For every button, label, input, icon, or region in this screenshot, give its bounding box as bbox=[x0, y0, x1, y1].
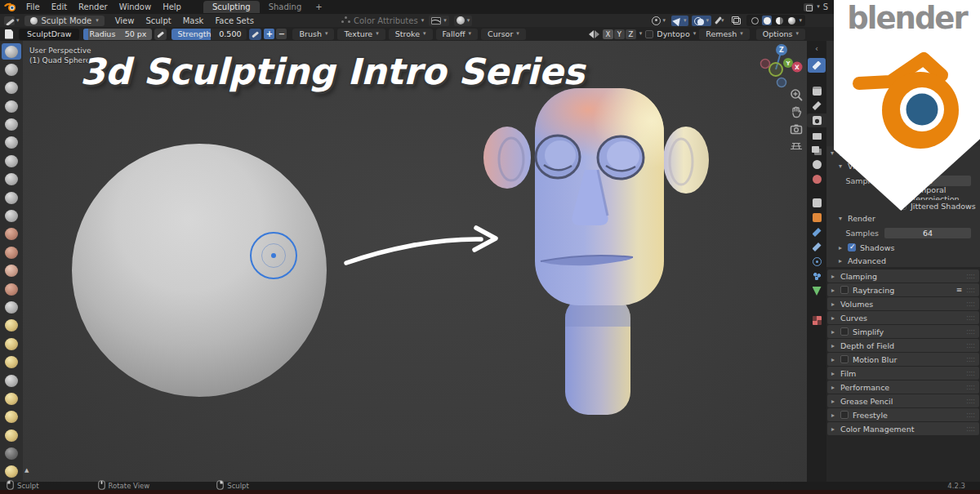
color-attributes-select[interactable]: Color Attributes ▾ bbox=[341, 16, 424, 25]
blender-app-icon[interactable] bbox=[4, 2, 17, 12]
strength-pressure-button[interactable] bbox=[249, 29, 261, 40]
tab-tool-properties[interactable] bbox=[807, 99, 826, 113]
tab-constraints-properties[interactable] bbox=[807, 240, 826, 254]
mirror-x-button[interactable]: X bbox=[603, 29, 613, 39]
brush-fill[interactable] bbox=[2, 244, 21, 260]
dyntopo-checkbox[interactable] bbox=[645, 30, 653, 38]
menu-face-sets[interactable]: Face Sets bbox=[209, 16, 259, 26]
menu-file[interactable]: File bbox=[20, 2, 46, 12]
shading-material-button[interactable] bbox=[774, 16, 784, 25]
tab-object-data-properties[interactable] bbox=[807, 284, 826, 298]
radius-pressure-button[interactable] bbox=[154, 29, 167, 40]
subtract-strength-button[interactable]: − bbox=[276, 29, 287, 39]
tab-view-layer-properties[interactable] bbox=[807, 143, 826, 157]
panel-grease-pencil[interactable]: ▸Grease Pencil:::: bbox=[827, 394, 979, 407]
tab-scene-properties[interactable] bbox=[807, 158, 826, 171]
brush-slide-relax[interactable] bbox=[2, 446, 21, 462]
tab-editor-type-properties[interactable] bbox=[807, 84, 826, 98]
brush-inflate[interactable] bbox=[2, 153, 21, 169]
raytracing-checkbox[interactable] bbox=[840, 286, 849, 294]
brush-pinch[interactable] bbox=[2, 299, 21, 315]
mode-select[interactable]: Sculpt Mode ▾ bbox=[24, 16, 105, 26]
mirror-z-button[interactable]: Z bbox=[626, 29, 636, 39]
options-dropdown[interactable]: Options▾ bbox=[756, 29, 805, 40]
brush-blob[interactable] bbox=[2, 171, 21, 188]
tab-world-properties[interactable] bbox=[807, 172, 826, 186]
tab-active-tool-properties[interactable] bbox=[808, 58, 826, 73]
pan-hand-icon[interactable] bbox=[790, 105, 803, 118]
grid-ortho-icon[interactable] bbox=[790, 140, 803, 153]
menu-render[interactable]: Render bbox=[73, 2, 114, 12]
brush-clay-thumb[interactable] bbox=[2, 117, 21, 133]
brush-snake-hook[interactable] bbox=[2, 354, 21, 371]
brush-elastic-deform[interactable] bbox=[2, 336, 21, 352]
freestyle-checkbox[interactable] bbox=[840, 411, 849, 419]
mirror-y-button[interactable]: Y bbox=[614, 29, 625, 39]
brush-boundary[interactable] bbox=[2, 464, 21, 480]
axis-negz-handle[interactable] bbox=[777, 78, 786, 87]
shading-wireframe-button[interactable] bbox=[750, 16, 760, 25]
dropdown-stroke[interactable]: Stroke▾ bbox=[389, 29, 433, 40]
collapse-panel-icon[interactable]: ‹ bbox=[815, 44, 818, 53]
tab-texture-properties[interactable] bbox=[807, 314, 826, 327]
section-shadows[interactable]: ▸Shadows bbox=[826, 241, 980, 254]
add-strength-button[interactable]: + bbox=[264, 29, 274, 39]
add-workspace-button[interactable]: + bbox=[310, 1, 327, 13]
brush-pose[interactable] bbox=[2, 390, 21, 407]
tab-particles-properties[interactable] bbox=[807, 269, 826, 283]
brush-scrape[interactable] bbox=[2, 263, 21, 279]
dropdown-falloff[interactable]: Falloff▾ bbox=[436, 29, 479, 40]
gizmo-center[interactable] bbox=[769, 63, 782, 76]
panel-motion-blur[interactable]: ▸Motion Blur:::: bbox=[827, 353, 979, 366]
workspace-tab-shading[interactable]: Shading bbox=[260, 1, 311, 13]
tab-physics-properties[interactable] bbox=[807, 255, 826, 269]
scene-icon[interactable] bbox=[804, 3, 813, 11]
radius-slider[interactable]: Radius 50 px bbox=[83, 29, 152, 40]
motion-blur-checkbox[interactable] bbox=[840, 355, 849, 363]
panel-freestyle[interactable]: ▸Freestyle:::: bbox=[827, 408, 979, 421]
axis-negx-handle[interactable] bbox=[761, 60, 770, 69]
tab-object-properties[interactable] bbox=[807, 211, 826, 225]
panel-color-management[interactable]: ▸Color Management:::: bbox=[827, 422, 979, 435]
list-options-icon[interactable]: ≡ bbox=[956, 286, 963, 294]
dyntopo-toggle[interactable]: Dyntopo ▾ bbox=[645, 29, 696, 38]
strength-slider[interactable]: Strength 0.500 bbox=[172, 29, 247, 40]
panel-depth-of-field[interactable]: ▸Depth of Field:::: bbox=[827, 339, 979, 352]
panel-raytracing[interactable]: ▸Raytracing≡:::: bbox=[827, 283, 979, 296]
tab-output-properties[interactable] bbox=[807, 128, 826, 142]
section-render[interactable]: ▾Render bbox=[826, 211, 980, 225]
annotate-button[interactable]: ▾ bbox=[715, 16, 727, 26]
menu-sculpt[interactable]: Sculpt bbox=[140, 16, 176, 26]
viewport-3d[interactable]: User Perspective (1) Quad Sphere 3d Scul… bbox=[23, 41, 807, 482]
brush-nudge[interactable] bbox=[2, 409, 21, 425]
dropdown-cursor[interactable]: Cursor▾ bbox=[481, 29, 526, 40]
brush-draw-sharp[interactable] bbox=[2, 61, 21, 78]
shading-solid-button[interactable] bbox=[762, 16, 772, 25]
field-samples[interactable]: Samples64 bbox=[826, 225, 980, 241]
panel-volumes[interactable]: ▸Volumes:::: bbox=[827, 297, 979, 310]
brush-flatten[interactable] bbox=[2, 226, 21, 243]
camera-view-icon[interactable] bbox=[790, 122, 803, 136]
menu-edit[interactable]: Edit bbox=[46, 2, 73, 12]
panel-curves[interactable]: ▸Curves:::: bbox=[827, 311, 979, 324]
tab-collection-properties[interactable] bbox=[807, 196, 826, 210]
dropdown-texture[interactable]: Texture▾ bbox=[337, 29, 385, 40]
menu-view[interactable]: View bbox=[109, 16, 140, 26]
menu-window[interactable]: Window bbox=[114, 2, 157, 12]
zoom-icon[interactable] bbox=[790, 88, 803, 101]
field-value[interactable]: 64 bbox=[884, 228, 971, 238]
navigation-gizmo[interactable]: Z Y X bbox=[756, 42, 807, 91]
shading-rendered-button[interactable] bbox=[786, 16, 796, 25]
active-brush-button[interactable]: SculptDraw bbox=[19, 29, 79, 40]
brush-thumb[interactable] bbox=[2, 372, 21, 389]
toolbar-expand-handle[interactable]: ▲ bbox=[24, 467, 29, 474]
scene-name[interactable]: S bbox=[823, 2, 828, 11]
brush-rotate[interactable] bbox=[2, 427, 21, 443]
brush-datablock-icon[interactable] bbox=[5, 29, 13, 39]
panel-clamping[interactable]: ▸Clamping:::: bbox=[827, 269, 979, 283]
brush-layer[interactable] bbox=[2, 135, 21, 151]
brush-crease[interactable] bbox=[2, 189, 21, 206]
brush-clay-strips[interactable] bbox=[2, 98, 21, 114]
menu-help[interactable]: Help bbox=[157, 2, 187, 12]
falloff-curve-select[interactable]: ▾ bbox=[429, 16, 449, 26]
